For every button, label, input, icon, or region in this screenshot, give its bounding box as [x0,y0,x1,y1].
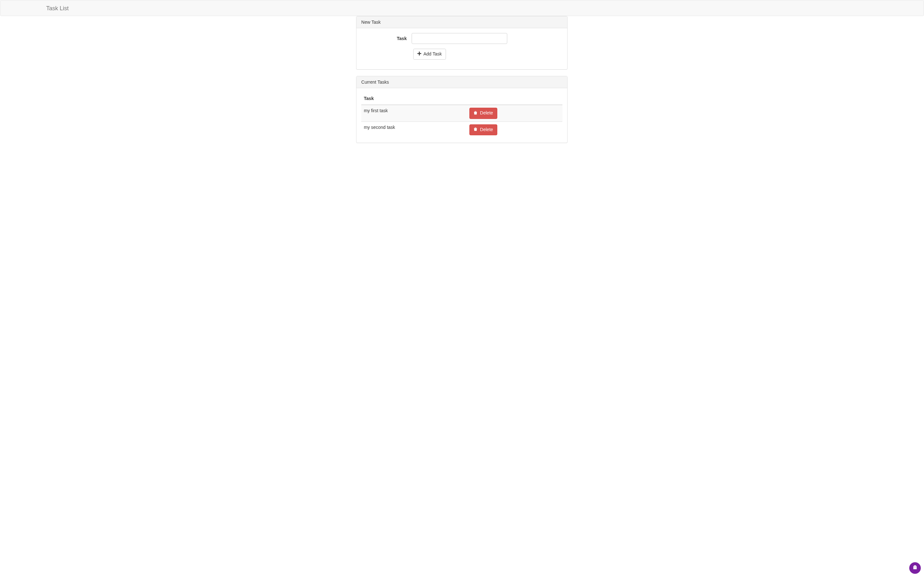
table-row: my first task Delete [361,105,562,121]
task-label: Task [361,33,412,44]
delete-button-label: Delete [480,110,493,115]
table-row: my second task Delete [361,121,562,138]
main-container: New Task Task [239,16,685,143]
current-tasks-panel: Current Tasks Task my first task Deletem… [356,76,567,143]
delete-task-button[interactable]: Delete [469,108,497,119]
task-name-cell: my first task [361,105,467,121]
task-input-wrapper [412,33,512,44]
new-task-panel: New Task Task [356,16,567,69]
new-task-form: Task Add Task [361,33,562,60]
plus-icon [417,51,421,57]
trash-icon [473,127,477,133]
task-table-header: Task [361,93,467,105]
task-form-group: Task [361,33,562,44]
add-task-group: Add Task [361,49,562,60]
task-input[interactable] [412,33,507,44]
task-name-cell: my second task [361,121,467,138]
add-task-button-wrapper: Add Task [413,49,514,60]
task-action-cell: Delete [467,105,562,121]
task-name: my second task [364,124,464,131]
add-task-button[interactable]: Add Task [413,49,446,60]
task-table-header-actions [467,93,562,105]
task-action-cell: Delete [467,121,562,138]
delete-button-label: Delete [480,127,493,132]
delete-task-button[interactable]: Delete [469,124,497,135]
task-name: my first task [364,108,464,114]
add-task-button-label: Add Task [423,51,442,56]
content-column: New Task Task [351,16,572,143]
new-task-panel-heading: New Task [357,16,567,28]
navbar-brand[interactable]: Task List [41,0,73,16]
current-tasks-panel-body: Task my first task Deletemy second task … [357,88,567,143]
new-task-panel-body: Task Add Task [357,28,567,69]
task-table: Task my first task Deletemy second task … [361,93,562,138]
navbar: Task List [0,0,924,16]
trash-icon [473,110,477,117]
current-tasks-panel-heading: Current Tasks [357,76,567,88]
